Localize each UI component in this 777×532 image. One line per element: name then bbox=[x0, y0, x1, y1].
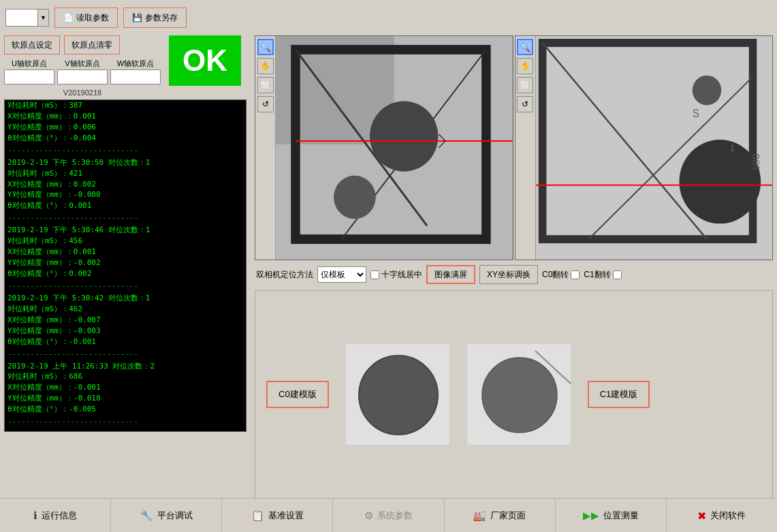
nav-platform-adjust[interactable]: 🔧 平台调试 bbox=[111, 499, 222, 532]
w-axis-label: W轴软原点 bbox=[117, 59, 154, 69]
soft-origin-clear-button[interactable]: 软原点清零 bbox=[64, 35, 120, 54]
c1-template-image bbox=[466, 343, 571, 445]
template-panel: C0建模版 C1建模版 bbox=[255, 290, 773, 499]
log-area[interactable]: 2019-2-19 下午 5:30:53 对位次数：1对位耗时（mS）：387X… bbox=[4, 99, 247, 432]
base-setting-label: 基准设置 bbox=[268, 510, 304, 522]
nav-position-measure[interactable]: ▶▶ 位置测量 bbox=[556, 499, 667, 532]
soft-origin-set-button[interactable]: 软原点设定 bbox=[4, 35, 60, 54]
position-icon: ▶▶ bbox=[583, 510, 599, 522]
cam1-image: 100 S 1 bbox=[536, 36, 773, 260]
c1-flip-checkbox[interactable] bbox=[613, 270, 622, 279]
camera-0-panel: 🔍 ✋ ⬜ ↺ bbox=[255, 35, 513, 260]
read-params-button[interactable]: 📄 读取参数 bbox=[54, 7, 118, 28]
method-label: 双相机定位方法 bbox=[256, 269, 313, 281]
num-selector[interactable]: 1 ▼ bbox=[5, 9, 49, 27]
c0-template-button[interactable]: C0建模版 bbox=[266, 381, 329, 408]
v-axis-input[interactable]: 0.000 bbox=[57, 69, 108, 84]
num-input[interactable]: 1 bbox=[5, 9, 38, 27]
nav-base-setting[interactable]: 📋 基准设置 bbox=[222, 499, 333, 532]
svg-text:S: S bbox=[692, 108, 699, 119]
save-icon: 💾 bbox=[132, 13, 142, 22]
nav-close-software[interactable]: ✖ 关闭软件 bbox=[667, 499, 777, 532]
system-params-label: 系统参数 bbox=[377, 510, 413, 522]
read-icon: 📄 bbox=[63, 13, 74, 22]
v-axis-group: V轴软原点 0.000 bbox=[57, 59, 108, 84]
save-params-button[interactable]: 💾 参数另存 bbox=[123, 7, 187, 28]
nav-system-params[interactable]: ⚙ 系统参数 bbox=[333, 499, 444, 532]
v-axis-label: V轴软原点 bbox=[65, 59, 99, 69]
svg-point-15 bbox=[692, 76, 720, 106]
c1-template-button[interactable]: C1建模版 bbox=[588, 381, 650, 408]
version-label: V20190218 bbox=[4, 89, 161, 97]
run-info-label: 运行信息 bbox=[42, 510, 77, 522]
w-axis-group: W轴软原点 0.000 bbox=[110, 59, 161, 84]
cam0-zoom-btn[interactable]: 🔍 bbox=[257, 39, 274, 55]
platform-label: 平台调试 bbox=[157, 510, 193, 522]
cam0-rotate-btn[interactable]: ↺ bbox=[257, 96, 274, 112]
c1-flip-wrap[interactable]: C1翻转 bbox=[584, 269, 621, 281]
bottom-nav-bar: ℹ 运行信息 🔧 平台调试 📋 基准设置 ⚙ 系统参数 🏭 厂家页面 ▶▶ 位置… bbox=[0, 498, 777, 532]
cam1-rotate-btn[interactable]: ↺ bbox=[517, 96, 533, 112]
num-arrow[interactable]: ▼ bbox=[38, 9, 49, 27]
svg-point-5 bbox=[370, 101, 438, 171]
left-panel: 软原点设定 软原点清零 U轴软原点 0.000 V轴软原点 0.000 W轴软原… bbox=[4, 35, 255, 499]
controls-row: 双相机定位方法 仅模板 十字线居中 图像满屏 XY坐标调换 C0翻转 C1翻转 bbox=[255, 263, 773, 286]
main-area: 🔍 ✋ ⬜ ↺ bbox=[255, 35, 773, 499]
svg-text:100: 100 bbox=[750, 153, 761, 172]
cam1-zoom-btn[interactable]: 🔍 bbox=[517, 39, 533, 55]
c0-flip-checkbox[interactable] bbox=[571, 270, 580, 279]
svg-point-6 bbox=[334, 176, 376, 219]
close-label: 关闭软件 bbox=[710, 510, 746, 522]
crosshair-checkbox[interactable] bbox=[370, 270, 379, 279]
c0-template-image bbox=[345, 343, 450, 445]
xy-adjust-button[interactable]: XY坐标调换 bbox=[479, 265, 538, 284]
crosshair-label: 十字线居中 bbox=[381, 269, 422, 281]
platform-icon: 🔧 bbox=[140, 510, 153, 522]
cam1-hand-btn[interactable]: ✋ bbox=[517, 58, 533, 74]
u-axis-input[interactable]: 0.000 bbox=[4, 69, 54, 84]
ok-indicator: OK bbox=[169, 35, 241, 86]
svg-point-14 bbox=[679, 140, 761, 223]
cam0-toolbar: 🔍 ✋ ⬜ ↺ bbox=[255, 36, 276, 260]
position-label: 位置测量 bbox=[603, 510, 639, 522]
system-params-icon: ⚙ bbox=[364, 510, 373, 522]
cam1-rect-btn[interactable]: ⬜ bbox=[517, 77, 533, 93]
base-setting-icon: 📋 bbox=[251, 510, 264, 522]
c0-flip-wrap[interactable]: C0翻转 bbox=[542, 269, 580, 281]
run-info-icon: ℹ bbox=[33, 510, 37, 522]
crosshair-checkbox-wrap[interactable]: 十字线居中 bbox=[370, 269, 422, 281]
svg-text:1: 1 bbox=[729, 143, 735, 153]
cam1-toolbar: 🔍 ✋ ⬜ ↺ bbox=[516, 36, 536, 260]
fullscreen-button[interactable]: 图像满屏 bbox=[426, 265, 475, 284]
nav-factory-page[interactable]: 🏭 厂家页面 bbox=[445, 499, 556, 532]
c1-flip-label: C1翻转 bbox=[584, 269, 610, 281]
c0-flip-label: C0翻转 bbox=[542, 269, 569, 281]
factory-icon: 🏭 bbox=[473, 510, 486, 522]
cam0-hand-btn[interactable]: ✋ bbox=[257, 58, 274, 74]
method-select[interactable]: 仅模板 bbox=[317, 266, 366, 283]
method-dropdown[interactable]: 仅模板 bbox=[317, 266, 366, 283]
cam0-image bbox=[276, 36, 513, 260]
camera-1-panel: 🔍 ✋ ⬜ ↺ bbox=[515, 35, 774, 260]
factory-label: 厂家页面 bbox=[490, 510, 526, 522]
u-axis-group: U轴软原点 0.000 bbox=[4, 59, 54, 84]
close-icon: ✖ bbox=[697, 510, 706, 522]
cam0-rect-btn[interactable]: ⬜ bbox=[257, 77, 274, 93]
nav-run-info[interactable]: ℹ 运行信息 bbox=[0, 499, 111, 532]
w-axis-input[interactable]: 0.000 bbox=[110, 69, 161, 84]
u-axis-label: U轴软原点 bbox=[12, 59, 47, 69]
